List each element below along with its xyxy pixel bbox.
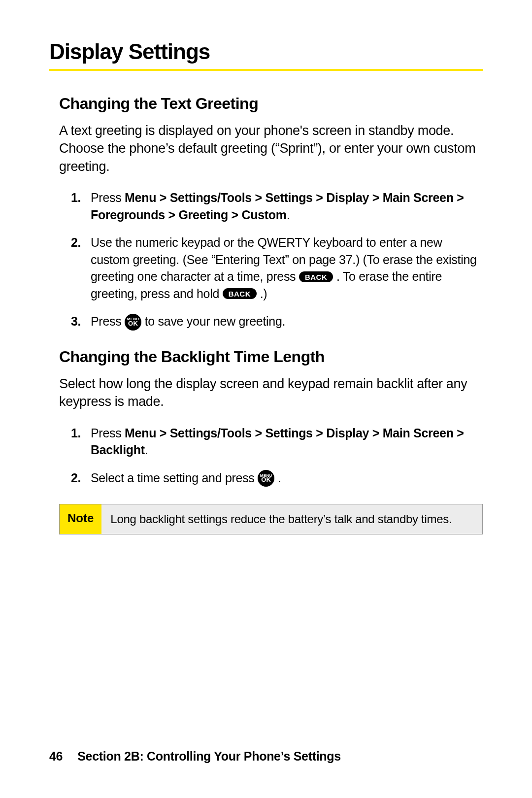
section-backlight-heading: Changing the Backlight Time Length: [59, 348, 483, 366]
step-text: Select a time setting and press: [91, 471, 258, 485]
key-label-bottom: OK: [128, 321, 138, 326]
step-number: 2.: [71, 469, 81, 487]
footer-section-text: Section 2B: Controlling Your Phone’s Set…: [77, 749, 341, 763]
menu-ok-key-icon: MENU OK: [125, 314, 141, 331]
page-footer: 46Section 2B: Controlling Your Phone’s S…: [49, 749, 341, 764]
menu-ok-key-icon: MENU OK: [258, 470, 274, 487]
step-text: Press: [91, 314, 125, 328]
greeting-step-2: 2. Use the numeric keypad or the QWERTY …: [59, 234, 483, 302]
step-number: 3.: [71, 313, 81, 330]
backlight-step-1: 1. Press Menu > Settings/Tools > Setting…: [59, 425, 483, 459]
step-menu-path: Menu > Settings/Tools > Settings > Displ…: [91, 191, 464, 222]
backlight-intro: Select how long the display screen and k…: [59, 375, 483, 411]
greeting-step-3: 3. Press MENU OK to save your new greeti…: [59, 313, 483, 331]
step-text-prefix: Press: [91, 191, 125, 204]
backlight-step-2: 2. Select a time setting and press MENU …: [59, 469, 483, 487]
step-number: 1.: [71, 425, 81, 442]
back-key-icon: BACK: [299, 271, 333, 282]
note-text: Long backlight settings reduce the batte…: [101, 504, 482, 534]
step-text: .): [257, 287, 267, 300]
page-title: Display Settings: [49, 39, 483, 71]
note-label: Note: [60, 504, 101, 534]
step-text-prefix: Press: [91, 426, 125, 440]
backlight-steps: 1. Press Menu > Settings/Tools > Setting…: [59, 425, 483, 487]
back-key-icon: BACK: [223, 288, 257, 299]
step-text: to save your new greeting.: [141, 314, 285, 328]
section-greeting-heading: Changing the Text Greeting: [59, 95, 483, 113]
page-number: 46: [49, 749, 63, 763]
note-callout: Note Long backlight settings reduce the …: [59, 504, 483, 534]
step-number: 1.: [71, 189, 81, 206]
key-label-bottom: OK: [261, 477, 271, 482]
step-text-suffix: .: [145, 443, 148, 457]
greeting-steps: 1. Press Menu > Settings/Tools > Setting…: [59, 189, 483, 331]
step-number: 2.: [71, 234, 81, 251]
step-text-suffix: .: [287, 208, 290, 222]
step-text: .: [274, 471, 281, 485]
greeting-step-1: 1. Press Menu > Settings/Tools > Setting…: [59, 189, 483, 223]
greeting-intro: A text greeting is displayed on your pho…: [59, 122, 483, 175]
